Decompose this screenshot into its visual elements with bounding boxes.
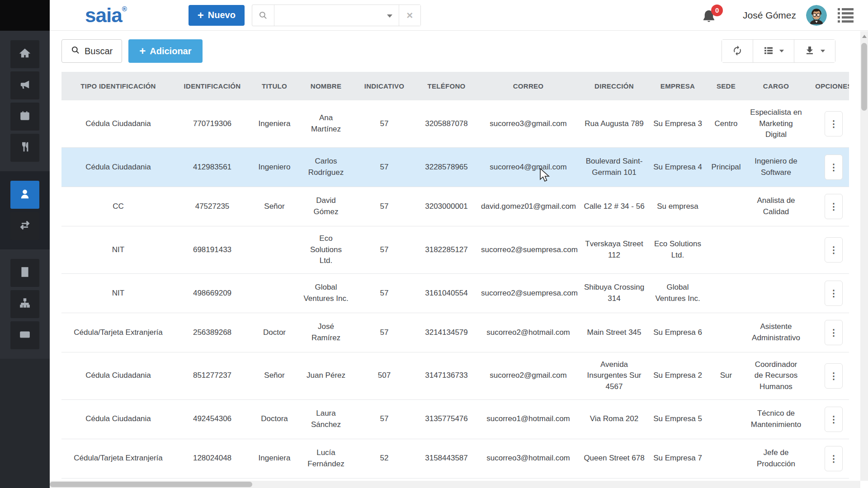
table-row[interactable]: Cédula Ciudadania 492454306 Doctora Laur…: [61, 399, 849, 439]
table-row[interactable]: Cédula Ciudadania 770719306 Ingeniera An…: [61, 100, 849, 147]
table-row[interactable]: NIT 698191433 Eco Solutions Ltd. 57 3182…: [61, 226, 849, 273]
row-options-button[interactable]: ⋮: [825, 407, 843, 432]
chevron-down-icon[interactable]: [387, 14, 392, 18]
table-row[interactable]: CC 47527235 Señor David Gómez 57 3203000…: [61, 187, 849, 226]
sidebar-item-people[interactable]: [10, 181, 39, 209]
cell-nombre: Global Ventures Inc.: [299, 273, 353, 313]
app-logo[interactable]: saia®: [85, 5, 127, 25]
cell-sede: [707, 273, 745, 313]
cell-tipo-identificacion: CC: [61, 187, 175, 226]
grid-actions-group: [722, 39, 835, 63]
sidebar-item-calendar[interactable]: [10, 103, 39, 131]
header-correo: CORREO: [477, 72, 580, 100]
cell-empresa: Eco Solutions Ltd.: [649, 226, 707, 273]
cell-identificacion: 498669209: [175, 273, 250, 313]
row-options-button[interactable]: ⋮: [825, 446, 843, 471]
sidebar-item-company[interactable]: [10, 259, 39, 287]
scroll-up-arrow-icon: [862, 35, 867, 38]
cell-sede: Centro: [707, 100, 745, 147]
search-icon: [71, 46, 80, 57]
row-options-button[interactable]: ⋮: [825, 194, 843, 219]
table-row[interactable]: NIT 498669209 Global Ventures Inc. 57 31…: [61, 273, 849, 313]
user-menu-list-icon[interactable]: [838, 6, 854, 24]
vertical-scrollbar-thumb[interactable]: [861, 43, 867, 111]
sidebar: [0, 0, 50, 488]
cell-indicativo: 52: [353, 439, 416, 478]
sidebar-item-org-chart[interactable]: [10, 290, 39, 318]
user-name[interactable]: José Gómez: [743, 10, 796, 21]
avatar[interactable]: [806, 5, 827, 26]
cell-direccion: Avenida Insurgentes Sur 4567: [580, 352, 649, 399]
download-button[interactable]: [794, 40, 835, 62]
row-options-button[interactable]: ⋮: [825, 155, 843, 180]
header-titulo: TITULO: [250, 72, 299, 100]
plus-icon: +: [198, 10, 204, 21]
row-options-button[interactable]: ⋮: [825, 320, 843, 345]
cell-opciones: ⋮: [807, 273, 849, 313]
refresh-button[interactable]: [722, 40, 753, 62]
row-options-button[interactable]: ⋮: [825, 281, 843, 306]
sidebar-item-keyboard[interactable]: [10, 321, 39, 349]
sidebar-item-transfers[interactable]: [10, 212, 39, 240]
nuevo-button[interactable]: + Nuevo: [189, 5, 245, 26]
row-options-button[interactable]: ⋮: [825, 237, 843, 263]
cell-nombre: Juan Pérez: [299, 352, 353, 399]
table-row[interactable]: Cédula Ciudadania 412983561 Ingeniero Ca…: [61, 147, 849, 187]
search-icon: [252, 5, 274, 26]
cell-direccion: Queen Street 678: [580, 439, 649, 478]
cell-telefono: 3135775476: [416, 399, 477, 439]
table-header-row: TIPO IDENTIFICACIÓN IDENTIFICACIÓN TITUL…: [61, 72, 849, 100]
row-options-button[interactable]: ⋮: [825, 363, 843, 389]
cell-tipo-identificacion: Cédula Ciudadania: [61, 352, 175, 399]
horizontal-scrollbar[interactable]: [50, 481, 860, 488]
cell-cargo: Ingeniero de Software: [745, 147, 807, 187]
cell-telefono: 3147136733: [416, 352, 477, 399]
cell-tipo-identificacion: Cédula/Tarjeta Extranjería: [61, 313, 175, 352]
view-mode-button[interactable]: [753, 40, 794, 62]
cell-indicativo: 57: [353, 399, 416, 439]
adicionar-button-label: Adicionar: [150, 46, 191, 56]
megaphone-icon: [19, 79, 31, 92]
cell-identificacion: 770719306: [175, 100, 250, 147]
cell-nombre: Lucía Fernández: [299, 439, 353, 478]
global-search-input[interactable]: [274, 5, 399, 26]
buscar-button[interactable]: Buscar: [61, 39, 122, 63]
topbar: saia® + Nuevo × 0 José G: [50, 0, 868, 31]
cell-correo: sucorreo2@suempresa.com: [477, 273, 580, 313]
kebab-menu-icon: ⋮: [829, 328, 838, 337]
refresh-icon: [732, 45, 743, 57]
notifications-button[interactable]: 0: [701, 5, 719, 25]
building-icon: [19, 266, 31, 280]
cell-correo: sucorreo3@hotmail.com: [477, 439, 580, 478]
cell-correo: sucorreo2@hotmail.com: [477, 313, 580, 352]
cell-opciones: ⋮: [807, 399, 849, 439]
cell-cargo: [745, 273, 807, 313]
cell-nombre: Laura Sánchez: [299, 399, 353, 439]
cell-nombre: Ana Martínez: [299, 100, 353, 147]
clear-search-button[interactable]: ×: [399, 5, 420, 26]
cell-identificacion: 412983561: [175, 147, 250, 187]
registered-mark: ®: [122, 5, 127, 13]
app-root: saia® + Nuevo × 0 José G: [0, 0, 868, 488]
sidebar-item-dining[interactable]: [10, 134, 39, 162]
vertical-scrollbar[interactable]: [860, 31, 868, 481]
table-row[interactable]: Cédula/Tarjeta Extranjería 128024048 Ing…: [61, 439, 849, 478]
sidebar-item-announcements[interactable]: [10, 71, 39, 99]
cell-opciones: ⋮: [807, 313, 849, 352]
header-sede: SEDE: [707, 72, 745, 100]
cell-sede: Sur: [707, 352, 745, 399]
sidebar-item-home[interactable]: [10, 40, 39, 68]
cell-tipo-identificacion: NIT: [61, 226, 175, 273]
logo-text: saia: [85, 4, 122, 26]
exchange-arrows-icon: [19, 219, 31, 233]
cell-correo: sucorreo2@suempresa.com: [477, 226, 580, 273]
horizontal-scrollbar-thumb[interactable]: [50, 482, 252, 487]
table-row[interactable]: Cédula Ciudadania 851277237 Señor Juan P…: [61, 352, 849, 399]
header-nombre: NOMBRE: [299, 72, 353, 100]
adicionar-button[interactable]: + Adicionar: [128, 39, 202, 63]
row-options-button[interactable]: ⋮: [825, 111, 843, 136]
cell-cargo: Técnico de Mantenimiento: [745, 399, 807, 439]
table-row[interactable]: Cédula/Tarjeta Extranjería 256389268 Doc…: [61, 313, 849, 352]
topbar-right: 0 José Gómez: [701, 5, 854, 26]
cell-empresa: Su Empresa 4: [649, 147, 707, 187]
